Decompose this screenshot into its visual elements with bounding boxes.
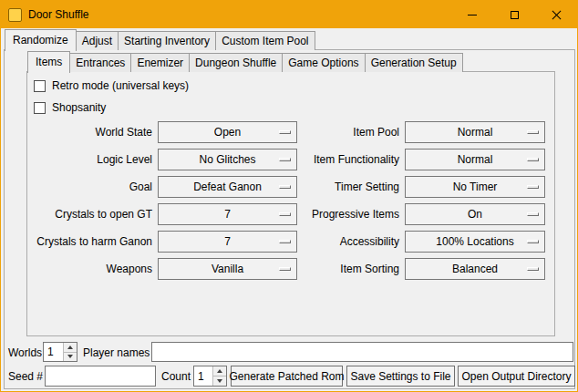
spinner-arrows [63,343,77,361]
seed-label: Seed # [8,370,43,383]
progressive-items-label: Progressive Items [256,208,399,221]
spin-down-icon[interactable] [213,377,226,386]
spin-up-icon[interactable] [213,366,226,377]
count-input[interactable] [194,366,212,386]
dropdown-indicator-icon [527,267,539,271]
item-sorting-label: Item Sorting [256,263,399,275]
tab-game-options[interactable]: Game Options [282,53,365,72]
logic-level-label: Logic Level [28,153,152,166]
maximize-button[interactable] [493,1,535,28]
tab-starting-inventory[interactable]: Starting Inventory [118,31,216,50]
player-names-input[interactable] [151,342,573,362]
setting-row: Weapons Vanilla Item Sorting Balanced [1,258,578,280]
accessibility-dropdown[interactable]: 100% Locations [405,231,545,253]
crystals-gt-label: Crystals to open GT [28,208,152,221]
dropdown-value: No Timer [453,177,498,197]
player-names-label: Player names [83,346,150,359]
dropdown-value: 100% Locations [436,232,513,252]
dropdown-indicator-icon [527,130,539,134]
dropdown-value: Open [214,122,241,142]
dropdown-value: On [468,204,482,224]
crystals-ganon-label: Crystals to harm Ganon [28,235,152,248]
window-title: Door Shuffle [28,8,89,21]
setting-row: Crystals to harm Ganon 7 Accessibility 1… [1,231,578,253]
spin-up-icon[interactable] [64,343,77,353]
minimize-button[interactable] [451,1,493,28]
close-button[interactable] [535,1,577,28]
app-icon [8,8,22,22]
item-functionality-dropdown[interactable]: Normal [405,149,545,170]
setting-row: Logic Level No Glitches Item Functionali… [1,149,578,170]
dropdown-value: Vanilla [212,259,243,279]
worlds-label: Worlds [8,346,42,359]
count-spinner[interactable] [193,366,227,387]
accessibility-label: Accessibility [256,235,399,248]
progressive-items-dropdown[interactable]: On [405,203,545,225]
generate-patched-rom-button[interactable]: Generate Patched Rom [231,366,343,387]
dropdown-value: Normal [458,150,493,170]
save-settings-button[interactable]: Save Settings to File [346,366,455,387]
dropdown-value: Balanced [452,259,498,279]
spin-down-icon[interactable] [64,353,77,362]
dropdown-indicator-icon [527,212,539,216]
worlds-spinner[interactable] [43,342,77,362]
dropdown-value: No Glitches [199,150,255,170]
timer-setting-dropdown[interactable]: No Timer [405,176,545,198]
titlebar[interactable]: Door Shuffle [1,1,577,28]
tab-items[interactable]: Items [27,51,70,73]
timer-setting-label: Timer Setting [256,181,399,193]
tab-custom-item-pool[interactable]: Custom Item Pool [215,31,315,50]
retro-mode-checkbox[interactable]: Retro mode (universal keys) [34,79,189,92]
seed-input[interactable] [45,366,156,387]
tab-enemizer[interactable]: Enemizer [130,53,190,72]
item-pool-dropdown[interactable]: Normal [405,121,545,143]
goal-label: Goal [28,181,152,193]
dropdown-value: Defeat Ganon [193,177,262,197]
tab-dungeon-shuffle[interactable]: Dungeon Shuffle [189,53,283,72]
tab-adjust[interactable]: Adjust [76,31,119,50]
inner-tab-bar: Items Entrances Enemizer Dungeon Shuffle… [27,53,463,72]
dropdown-value: 7 [224,232,231,252]
worlds-input[interactable] [44,343,63,361]
checkbox-unchecked-icon[interactable] [34,80,46,92]
dropdown-indicator-icon [527,240,539,243]
maximize-icon [511,11,519,19]
checkbox-label: Retro mode (universal keys) [52,79,189,92]
window-controls [451,1,577,28]
dropdown-indicator-icon [527,158,539,161]
setting-row: World State Open Item Pool Normal [1,121,578,143]
count-label: Count [161,370,191,383]
dropdown-value: Normal [458,122,493,142]
checkbox-unchecked-icon[interactable] [34,102,46,114]
spinner-arrows [212,366,226,386]
close-icon [552,10,562,20]
item-functionality-label: Item Functionality [256,153,399,166]
dropdown-value: 7 [224,204,231,224]
tab-randomize[interactable]: Randomize [5,29,77,51]
app-window: Door Shuffle Randomize Adjust Starting I… [0,0,578,392]
weapons-label: Weapons [28,263,152,275]
checkbox-label: Shopsanity [52,101,106,114]
outer-tab-bar: Randomize Adjust Starting Inventory Cust… [5,31,315,50]
shopsanity-checkbox[interactable]: Shopsanity [34,101,106,114]
item-pool-label: Item Pool [256,126,399,139]
world-state-label: World State [28,126,152,139]
tab-entrances[interactable]: Entrances [69,53,131,72]
setting-row: Goal Defeat Ganon Timer Setting No Timer [1,176,578,198]
setting-row: Crystals to open GT 7 Progressive Items … [1,203,578,225]
minimize-icon [468,15,477,15]
dropdown-indicator-icon [527,185,539,189]
tab-generation-setup[interactable]: Generation Setup [365,53,463,72]
item-sorting-dropdown[interactable]: Balanced [405,258,545,280]
open-output-directory-button[interactable]: Open Output Directory [458,366,575,387]
